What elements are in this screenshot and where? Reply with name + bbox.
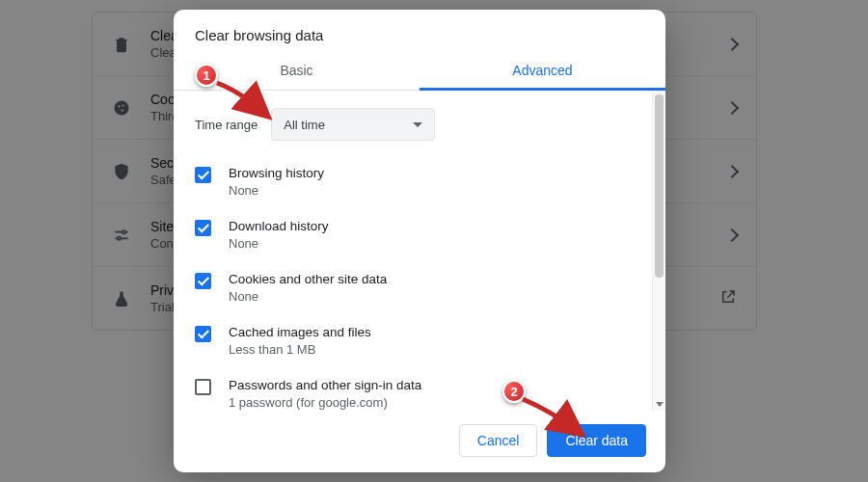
checkbox-download-history[interactable] — [195, 220, 211, 236]
checkbox-passwords[interactable] — [195, 379, 211, 395]
option-title: Browsing history — [229, 166, 640, 180]
clear-data-button[interactable]: Clear data — [547, 424, 646, 457]
caret-down-icon — [413, 122, 422, 127]
cancel-button[interactable]: Cancel — [459, 424, 538, 457]
tab-advanced[interactable]: Advanced — [420, 53, 665, 90]
checkbox-cookies[interactable] — [195, 273, 211, 289]
time-range-value: All time — [284, 118, 325, 132]
scrollbar-down-arrow-icon[interactable] — [656, 402, 664, 407]
option-sub: 1 password (for google.com) — [229, 395, 640, 410]
option-passwords[interactable]: Passwords and other sign-in data1 passwo… — [195, 370, 640, 411]
clear-browsing-data-dialog: Clear browsing data Basic Advanced Time … — [174, 10, 665, 472]
option-title: Download history — [229, 219, 640, 233]
option-title: Cached images and files — [229, 325, 640, 339]
time-range-dropdown[interactable]: All time — [271, 108, 435, 141]
dialog-tabs: Basic Advanced — [174, 53, 665, 91]
time-range-label: Time range — [195, 118, 258, 132]
option-cookies[interactable]: Cookies and other site dataNone — [195, 264, 640, 317]
option-cached[interactable]: Cached images and filesLess than 1 MB — [195, 317, 640, 370]
scrollbar-thumb[interactable] — [655, 94, 664, 278]
checkbox-cached[interactable] — [195, 326, 211, 342]
option-title: Passwords and other sign-in data — [229, 378, 640, 392]
checkbox-browsing-history[interactable] — [195, 167, 211, 183]
scrollbar[interactable] — [652, 91, 665, 411]
dialog-content: Time range All time Browsing historyNone… — [174, 91, 652, 411]
tab-basic[interactable]: Basic — [174, 53, 420, 90]
option-sub: None — [229, 289, 640, 304]
option-sub: None — [229, 236, 640, 251]
option-sub: None — [229, 183, 640, 198]
option-browsing-history[interactable]: Browsing historyNone — [195, 158, 640, 211]
option-title: Cookies and other site data — [229, 272, 640, 286]
option-download-history[interactable]: Download historyNone — [195, 211, 640, 264]
dialog-footer: Cancel Clear data — [174, 411, 665, 472]
option-sub: Less than 1 MB — [229, 342, 640, 357]
dialog-title: Clear browsing data — [174, 10, 665, 53]
